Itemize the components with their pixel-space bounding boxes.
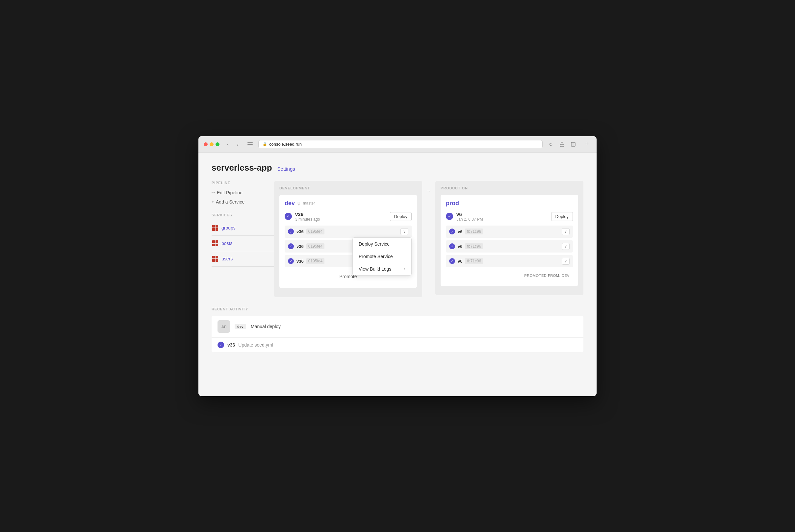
activity-container: ain dev Manual deploy ✓ v36 Update seed.… bbox=[211, 316, 584, 352]
close-button[interactable] bbox=[204, 142, 208, 146]
svg-rect-8 bbox=[216, 225, 218, 228]
stage-arrow: → bbox=[422, 181, 435, 194]
svg-rect-7 bbox=[212, 225, 215, 228]
activity-header-row: ain dev Manual deploy bbox=[211, 316, 584, 338]
svg-rect-5 bbox=[572, 143, 575, 146]
address-bar[interactable]: 🔒 console.seed.run bbox=[258, 140, 542, 148]
activity-description: Manual deploy bbox=[251, 324, 281, 329]
edit-pipeline-label: Edit Pipeline bbox=[217, 190, 242, 195]
app-header: serverless-app Settings bbox=[211, 163, 584, 173]
traffic-lights bbox=[204, 142, 220, 146]
dev-deploy-button[interactable]: Deploy bbox=[390, 212, 412, 221]
view-build-logs-item[interactable]: View Build Logs › bbox=[353, 263, 411, 275]
activity-detail-row: ✓ v36 Update seed.yml bbox=[211, 338, 584, 352]
svg-rect-18 bbox=[216, 256, 218, 259]
prod-service-row-0: ✓ v6 fb71c96 ∨ bbox=[446, 226, 573, 238]
share-button[interactable] bbox=[558, 140, 566, 149]
svg-rect-1 bbox=[247, 144, 253, 145]
sidebar-item-groups[interactable]: groups bbox=[211, 220, 274, 236]
new-tab-button[interactable] bbox=[569, 140, 577, 149]
edit-pipeline-item[interactable]: ✏ Edit Pipeline bbox=[211, 188, 274, 197]
dev-row1-version: v36 bbox=[296, 244, 304, 249]
sidebar: PIPELINE ✏ Edit Pipeline + Add a Service… bbox=[211, 181, 274, 297]
groups-label: groups bbox=[221, 225, 236, 230]
dev-row1-check: ✓ bbox=[288, 243, 294, 249]
dev-time: 3 minutes ago bbox=[295, 217, 320, 222]
edit-icon: ✏ bbox=[211, 190, 215, 195]
refresh-button[interactable]: ↻ bbox=[547, 140, 555, 149]
sidebar-item-posts[interactable]: posts bbox=[211, 236, 274, 251]
prod-service-row-1: ✓ v6 fb71c96 ∨ bbox=[446, 240, 573, 252]
pipeline-section-title: PIPELINE bbox=[211, 181, 274, 185]
prod-service-rows: ✓ v6 fb71c96 ∨ ✓ v6 bbox=[446, 226, 573, 267]
svg-rect-19 bbox=[212, 259, 215, 262]
dev-row0-dropdown-button[interactable]: ∨ bbox=[401, 228, 408, 235]
recent-activity: RECENT ACTIVITY ain dev Manual deploy ✓ … bbox=[211, 307, 584, 352]
production-header: PRODUCTION bbox=[441, 186, 578, 190]
prod-row2-version: v6 bbox=[458, 259, 462, 264]
prod-row0-dropdown-button[interactable]: ∨ bbox=[562, 228, 570, 235]
sidebar-item-users[interactable]: users bbox=[211, 251, 274, 267]
dev-service-row-0: ✓ v36 0195fe4 ∨ Deploy Service bbox=[285, 226, 412, 238]
forward-button[interactable]: › bbox=[233, 140, 242, 149]
posts-service-icon bbox=[211, 240, 219, 247]
users-label: users bbox=[221, 256, 233, 261]
production-column: PRODUCTION prod ✓ v6 Jan 2, 6:37 PM bbox=[435, 181, 584, 295]
svg-rect-0 bbox=[247, 142, 253, 143]
activity-version: v36 bbox=[227, 342, 235, 347]
add-service-label: Add a Service bbox=[216, 199, 244, 205]
dev-version: v36 bbox=[295, 211, 320, 217]
add-icon: + bbox=[211, 200, 214, 204]
dev-row0-check: ✓ bbox=[288, 229, 294, 234]
activity-badge: dev bbox=[235, 324, 246, 329]
svg-rect-12 bbox=[212, 240, 215, 243]
activity-check-icon: ✓ bbox=[218, 342, 224, 348]
back-button[interactable]: ‹ bbox=[223, 140, 232, 149]
development-header: DEVELOPMENT bbox=[279, 186, 417, 190]
dev-service-rows: ✓ v36 0195fe4 ∨ Deploy Service bbox=[285, 226, 412, 267]
dev-row2-version: v36 bbox=[296, 259, 304, 264]
dev-env-name[interactable]: dev bbox=[285, 200, 295, 207]
settings-link[interactable]: Settings bbox=[277, 166, 295, 172]
maximize-button[interactable] bbox=[216, 142, 220, 146]
add-service-item[interactable]: + Add a Service bbox=[211, 197, 274, 207]
prod-row1-hash: fb71c96 bbox=[465, 243, 483, 249]
prod-date: Jan 2, 6:37 PM bbox=[457, 217, 483, 222]
promote-service-item[interactable]: Promote Service bbox=[353, 250, 411, 263]
deploy-service-item[interactable]: Deploy Service bbox=[353, 238, 411, 250]
svg-rect-9 bbox=[212, 228, 215, 231]
recent-activity-title: RECENT ACTIVITY bbox=[211, 307, 584, 311]
prod-check-icon: ✓ bbox=[446, 213, 453, 220]
activity-avatar: ain bbox=[218, 320, 230, 333]
prod-deploy-button[interactable]: Deploy bbox=[551, 212, 573, 221]
branch-name: master bbox=[303, 201, 315, 206]
users-service-icon bbox=[211, 255, 219, 262]
prod-row1-dropdown-button[interactable]: ∨ bbox=[562, 243, 570, 250]
prod-row1-check: ✓ bbox=[449, 243, 455, 249]
development-column: DEVELOPMENT dev ψ master ✓ bbox=[274, 181, 422, 297]
pipeline-area: DEVELOPMENT dev ψ master ✓ bbox=[274, 181, 584, 297]
minimize-button[interactable] bbox=[209, 142, 214, 146]
prod-version: v6 bbox=[457, 211, 483, 217]
lock-icon: 🔒 bbox=[263, 142, 267, 146]
prod-row0-check: ✓ bbox=[449, 229, 455, 234]
services-section-title: SERVICES bbox=[211, 213, 274, 217]
prod-row2-check: ✓ bbox=[449, 258, 455, 264]
activity-message: Update seed.yml bbox=[238, 342, 273, 347]
sidebar-toggle-button[interactable] bbox=[246, 140, 254, 149]
prod-row2-dropdown-button[interactable]: ∨ bbox=[562, 258, 570, 265]
svg-rect-20 bbox=[216, 259, 218, 262]
prod-service-row-2: ✓ v6 fb71c96 ∨ bbox=[446, 255, 573, 267]
svg-rect-2 bbox=[247, 146, 253, 146]
production-card: prod ✓ v6 Jan 2, 6:37 PM Deploy bbox=[441, 195, 578, 286]
url-text: console.seed.run bbox=[269, 142, 302, 147]
branch-icon: ψ bbox=[297, 201, 300, 206]
add-tab-button[interactable]: + bbox=[583, 140, 591, 149]
prod-row0-hash: fb71c96 bbox=[465, 229, 483, 234]
posts-label: posts bbox=[221, 241, 232, 246]
prod-env-name[interactable]: prod bbox=[446, 200, 459, 207]
svg-rect-15 bbox=[216, 244, 218, 246]
chevron-right-icon: › bbox=[404, 267, 405, 271]
promoted-from: PROMOTED FROM: dev bbox=[446, 270, 573, 281]
dev-row2-check: ✓ bbox=[288, 258, 294, 264]
